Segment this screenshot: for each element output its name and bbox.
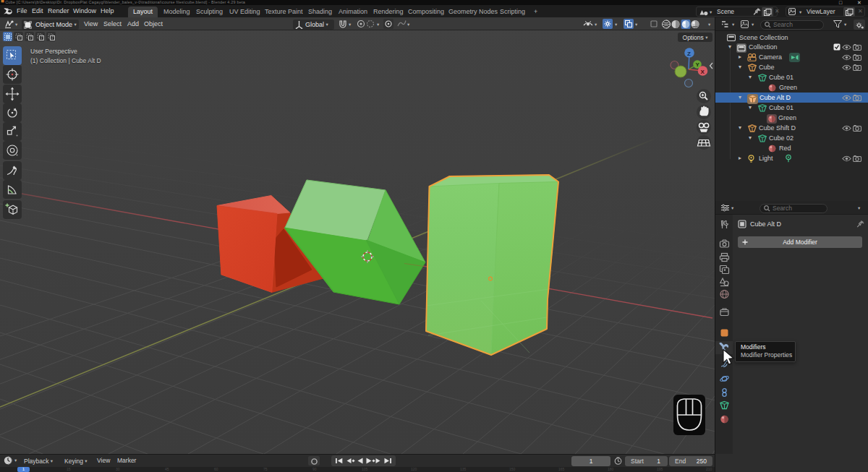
svg-text:X: X [701,69,705,75]
svg-text:Y: Y [696,61,700,68]
svg-text:Z: Z [687,51,691,57]
